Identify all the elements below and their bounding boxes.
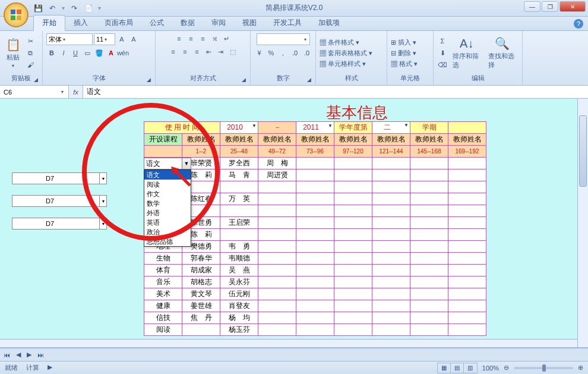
delete-cell-button[interactable]: ⊟ 删除 ▾ xyxy=(391,49,418,58)
cell[interactable] xyxy=(334,181,372,193)
cell[interactable] xyxy=(448,324,486,336)
cell[interactable] xyxy=(448,217,486,229)
active-cell[interactable]: 语文 xyxy=(144,158,183,169)
table-row[interactable]: 陈 莉 xyxy=(144,229,486,241)
horizontal-scrollbar[interactable] xyxy=(0,339,577,347)
currency-icon[interactable]: ¥ xyxy=(254,48,265,58)
tab-layout[interactable]: 页面布局 xyxy=(96,15,141,30)
tab-review[interactable]: 审阅 xyxy=(203,15,234,30)
cell[interactable] xyxy=(258,324,296,336)
cell[interactable] xyxy=(258,312,296,324)
cell[interactable] xyxy=(372,276,410,288)
table-row[interactable] xyxy=(144,181,486,193)
tab-developer[interactable]: 开发工具 xyxy=(265,15,310,30)
cell[interactable] xyxy=(296,229,334,241)
number-format-select[interactable]: ▾ xyxy=(257,33,310,45)
zoom-in-icon[interactable]: ⊕ xyxy=(578,364,583,372)
tab-data[interactable]: 数据 xyxy=(172,15,203,30)
qat-extra-icon[interactable]: 📄 xyxy=(84,4,93,13)
cell[interactable] xyxy=(334,288,372,300)
tab-addins[interactable]: 加载项 xyxy=(310,15,348,30)
cell[interactable] xyxy=(296,276,334,288)
table-row[interactable]: 陈 莉马 青周进贤 xyxy=(144,169,486,181)
find-select-button[interactable]: 🔍查找和选择 xyxy=(486,35,519,71)
font-launcher[interactable]: ◢ xyxy=(147,77,154,84)
save-icon[interactable]: 💾 xyxy=(33,4,43,13)
dropdown-option[interactable]: 数学 xyxy=(144,199,191,208)
fx-icon[interactable]: fx xyxy=(69,86,83,98)
cell[interactable] xyxy=(410,158,448,169)
ref-box-3[interactable]: D7▾ xyxy=(12,218,107,230)
cell[interactable]: 胡成家 xyxy=(182,265,220,276)
close-button[interactable]: ✕ xyxy=(559,1,586,12)
zoom-handle[interactable] xyxy=(542,364,546,372)
align-right-icon[interactable]: ≡ xyxy=(192,46,203,57)
cell[interactable] xyxy=(410,181,448,193)
tab-formulas[interactable]: 公式 xyxy=(141,15,172,30)
page-layout-view-icon[interactable]: ▤ xyxy=(451,363,464,373)
cell[interactable]: 吴永芬 xyxy=(220,276,258,288)
cell[interactable] xyxy=(372,229,410,241)
cell[interactable] xyxy=(334,169,372,181)
merge-icon[interactable]: ⬚ xyxy=(227,46,238,57)
table-format-button[interactable]: ▦ 套用表格格式 ▾ xyxy=(320,49,372,58)
table-row[interactable]: 音乐胡格志吴永芬 xyxy=(144,276,486,288)
cell[interactable]: 焦 丹 xyxy=(182,312,220,324)
table-row[interactable] xyxy=(144,205,486,217)
cell[interactable]: 美术 xyxy=(144,288,182,300)
cell[interactable] xyxy=(372,312,410,324)
cell[interactable]: 生物 xyxy=(144,253,182,265)
dropdown-option[interactable]: 英语 xyxy=(144,218,191,227)
cell[interactable] xyxy=(372,181,410,193)
table-row[interactable]: 美术黄文琴伍元刚 xyxy=(144,288,486,300)
underline-icon[interactable]: U xyxy=(70,48,81,58)
cell[interactable]: 黄文琴 xyxy=(182,288,220,300)
comma-icon[interactable]: , xyxy=(278,48,289,58)
normal-view-icon[interactable]: ▦ xyxy=(438,363,451,373)
cell[interactable] xyxy=(258,253,296,265)
cell[interactable] xyxy=(296,181,334,193)
align-center-icon[interactable]: ≡ xyxy=(180,46,191,57)
sort-filter-button[interactable]: A↓排序和筛选 xyxy=(450,35,483,71)
cell[interactable] xyxy=(258,265,296,276)
zoom-out-icon[interactable]: ⊖ xyxy=(504,364,509,372)
format-cell-button[interactable]: ▦ 格式 ▾ xyxy=(391,59,418,68)
align-launcher[interactable]: ◢ xyxy=(242,77,249,84)
cell[interactable] xyxy=(448,288,486,300)
indent-inc-icon[interactable]: ⇥ xyxy=(216,46,226,57)
cell[interactable] xyxy=(258,229,296,241)
cell[interactable] xyxy=(410,205,448,217)
font-name-select[interactable]: 宋体▾ xyxy=(46,33,93,45)
cell-style-button[interactable]: ▦ 单元格样式 ▾ xyxy=(320,59,372,68)
cell[interactable] xyxy=(372,169,410,181)
ref-box-2[interactable]: D7▾ xyxy=(12,195,107,207)
indent-dec-icon[interactable]: ⇤ xyxy=(204,46,214,57)
paste-button[interactable]: 📋粘贴▾ xyxy=(4,36,23,70)
font-color-icon[interactable]: A xyxy=(106,48,116,58)
scrollbar-thumb[interactable] xyxy=(579,115,587,187)
cell[interactable] xyxy=(296,253,334,265)
cond-format-button[interactable]: ▦ 条件格式 ▾ xyxy=(320,38,372,47)
cell[interactable] xyxy=(372,288,410,300)
cell[interactable]: 健康 xyxy=(144,300,182,312)
cell[interactable]: 体育 xyxy=(144,265,182,276)
orientation-icon[interactable]: ⤭ xyxy=(210,33,220,44)
page-break-view-icon[interactable]: ▥ xyxy=(464,363,477,373)
cell[interactable] xyxy=(372,158,410,169)
qat-customize[interactable]: ▾ xyxy=(98,5,101,11)
cell[interactable] xyxy=(258,193,296,205)
nav-last-icon[interactable]: ⏭ xyxy=(37,351,44,359)
year-to-select[interactable]: 2011▼ xyxy=(296,122,334,134)
decrease-font-icon[interactable]: A xyxy=(128,34,139,45)
table-row[interactable]: 阅读杨玉芬 xyxy=(144,324,486,336)
cell[interactable]: 马 青 xyxy=(220,169,258,181)
autosum-icon[interactable]: Σ xyxy=(437,36,448,46)
cell[interactable] xyxy=(296,312,334,324)
table-row[interactable]: 健康姜世雄肖登友 xyxy=(144,300,486,312)
cell[interactable]: 万 英 xyxy=(220,193,258,205)
worksheet-area[interactable]: 基本信息 D7▾ D7▾ D7▾ 使 用 时 间 2010▼ － 2011▼ 学… xyxy=(0,99,588,348)
cell[interactable]: 杨玉芬 xyxy=(220,324,258,336)
fill-icon[interactable]: ⬇ xyxy=(437,48,448,58)
semester-select[interactable]: 二▼ xyxy=(372,122,410,134)
cell[interactable] xyxy=(334,312,372,324)
